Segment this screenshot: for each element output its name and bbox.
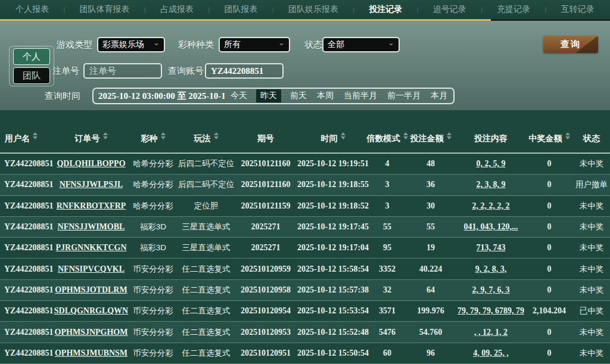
bet_content-link[interactable]: 713, 743 <box>477 243 506 253</box>
bet_content-link[interactable]: 2, 3, 8, 9 <box>477 180 506 189</box>
column-header-label: 投注金额 <box>410 133 444 144</box>
nav-tab-8[interactable]: 充提记录 <box>497 4 530 15</box>
sort-icon <box>447 132 452 139</box>
cell-bet_amount: 30 <box>405 201 456 211</box>
cell-multiplier: 3571 <box>369 306 405 316</box>
cell-username: YZ442208851 <box>0 265 54 274</box>
order_id-link[interactable]: NFNSJJWIMOBL <box>58 222 125 232</box>
quick-range-group: 今天昨天前天本周当前半月前一半月本月 <box>229 89 449 102</box>
column-header-issue[interactable]: 期号 <box>235 133 297 144</box>
nav-tab-5[interactable]: 团队娱乐报表 <box>288 4 338 15</box>
order_id-link[interactable]: OPHMSJNPGHOM <box>55 328 128 337</box>
nav-divider: | <box>353 6 354 13</box>
order_id-link[interactable]: RNFKRBOTXFRP <box>57 201 126 211</box>
cell-play: 三星直选单式 <box>178 222 235 232</box>
cell-time: 2025-10-12 19:19:51 <box>297 159 369 169</box>
bet_content-link[interactable]: 2, 2, 2, 2, 2 <box>472 201 510 211</box>
cell-lottery: 币安分分彩 <box>129 327 178 338</box>
column-header-bet_content[interactable]: 投注内容 <box>456 133 525 144</box>
column-header-username[interactable]: 用户名 <box>0 133 54 144</box>
cell-bet_content: 4, 09, 25, , <box>456 349 525 358</box>
cell-multiplier: 3352 <box>369 265 405 274</box>
column-header-status[interactable]: 状态 <box>573 133 610 144</box>
nav-tab-1[interactable]: 个人报表 <box>15 4 49 15</box>
table-row: YZ442208851QDLQHILBOPPO哈希分分彩后四二码不定位20251… <box>0 154 610 175</box>
cell-username: YZ442208851 <box>0 201 54 211</box>
column-header-multiplier[interactable]: 倍数模式 <box>369 133 405 144</box>
cell-time: 2025-10-12 19:17:45 <box>297 222 369 232</box>
column-header-bet_amount[interactable]: 投注金额 <box>405 133 456 144</box>
bet_content-link[interactable]: 4, 09, 25, , <box>473 349 509 358</box>
order_id-link[interactable]: SDLQGNRGLQWN <box>54 306 128 316</box>
order_id-link[interactable]: OPHMSJMUBNSM <box>55 349 127 358</box>
status-select[interactable]: 全部 ⌄ <box>322 37 400 52</box>
cell-order_id: PJRGNNKKTCGN <box>54 243 129 253</box>
table-body: YZ442208851QDLQHILBOPPO哈希分分彩后四二码不定位20251… <box>0 154 610 364</box>
cell-win_amount: 2,104.204 <box>525 306 573 316</box>
order_id-link[interactable]: NFNSJJWLPSJL <box>60 180 123 189</box>
bet_content-link[interactable]: 9, 2, 8, 3, <box>475 265 507 274</box>
table-row: YZ442208851RNFKRBOTXFRP哈希分分彩定位胆202510121… <box>0 196 610 217</box>
order_id-link[interactable]: PJRGNNKKTCGN <box>56 243 127 253</box>
cell-time: 2025-10-12 15:53:54 <box>297 306 369 316</box>
team-scope-button[interactable]: 团队 <box>13 67 50 84</box>
bet_content-link[interactable]: , , 12, 1, 2 <box>474 328 508 337</box>
cell-order_id: OPHMSJMUBNSM <box>54 349 129 358</box>
table-row: YZ442208851OPHMSJNPGHOM币安分分彩任二直选复式202510… <box>0 322 610 343</box>
cell-play: 任二直选复式 <box>178 348 235 359</box>
cell-win_amount: 0 <box>525 180 573 189</box>
personal-scope-button[interactable]: 个人 <box>13 48 50 65</box>
column-header-win_amount[interactable]: 中奖金额 <box>525 133 573 144</box>
cell-username: YZ442208851 <box>0 328 54 337</box>
cell-status: 已中奖 <box>573 306 610 316</box>
cell-order_id: NFNSJJWIMOBL <box>54 222 129 232</box>
cell-username: YZ442208851 <box>0 349 54 358</box>
column-header-order_id[interactable]: 订单号 <box>54 133 129 144</box>
cell-play: 后四二码不定位 <box>178 158 235 169</box>
query-button[interactable]: 查询 <box>543 36 598 53</box>
quick-range-button[interactable]: 当前半月 <box>343 90 378 102</box>
order_id-link[interactable]: QDLQHILBOPPO <box>57 159 125 169</box>
nav-tab-6[interactable]: 投注记录 <box>369 4 402 15</box>
bet_content-link[interactable]: 2, 9, 7, 6, 3 <box>472 285 510 295</box>
nav-divider: | <box>63 6 65 13</box>
order_id-link[interactable]: OPHMSJOTDLRM <box>55 285 127 295</box>
cell-win_amount: 0 <box>525 328 573 337</box>
quick-range-button[interactable]: 昨天 <box>256 89 281 102</box>
cell-multiplier: 60 <box>369 349 405 358</box>
cell-status: 未中奖 <box>573 158 610 169</box>
column-header-play[interactable]: 玩法 <box>178 133 235 144</box>
quick-range-button[interactable]: 前一半月 <box>386 90 422 102</box>
nav-tab-4[interactable]: 团队报表 <box>225 4 258 15</box>
nav-tab-9[interactable]: 互转记录 <box>561 4 595 15</box>
quick-range-button[interactable]: 本月 <box>430 90 449 102</box>
nav-tab-2[interactable]: 团队体育报表 <box>80 4 130 15</box>
sort-icon <box>103 132 108 139</box>
cell-play: 任二直选复式 <box>178 327 235 338</box>
nav-tab-3[interactable]: 占成报表 <box>160 4 194 15</box>
date-range-input[interactable]: 2025-10-12 03:00:00 至 2025-10-13 03:00:0… <box>98 91 225 102</box>
column-header-time[interactable]: 时间 <box>297 133 369 144</box>
nav-tab-7[interactable]: 追号记录 <box>433 4 466 15</box>
cell-bet_content: 2, 3, 8, 9 <box>456 180 525 189</box>
account-label: 查询账号 <box>168 66 204 77</box>
lottery-kind-select[interactable]: 所有 ⌄ <box>219 37 290 52</box>
quick-range-button[interactable]: 今天 <box>229 90 248 102</box>
column-header-lottery[interactable]: 彩种 <box>129 133 178 144</box>
order-no-label: 注单号 <box>52 66 79 77</box>
order_id-link[interactable]: NFNSIPVCQVKL <box>58 265 125 274</box>
quick-range-button[interactable]: 前天 <box>289 90 308 102</box>
cell-bet_amount: 19 <box>405 243 456 253</box>
bet_content-link[interactable]: 79, 79, 79, 6789, 79 <box>458 306 524 316</box>
game-type-select[interactable]: 彩票娱乐场 ⌄ <box>97 37 165 52</box>
cell-issue: 202510120958 <box>235 285 297 295</box>
quick-range-button[interactable]: 本周 <box>316 90 335 102</box>
bet_content-link[interactable]: 041, 043, 120,... <box>464 222 518 232</box>
account-input[interactable] <box>205 63 284 79</box>
chevron-down-icon: ⌄ <box>153 40 160 46</box>
bet_content-link[interactable]: 0, 2, 5, 9 <box>477 159 506 169</box>
order-no-input[interactable] <box>83 63 162 79</box>
cell-order_id: NFNSIPVCQVKL <box>54 265 129 274</box>
column-header-label: 状态 <box>583 133 600 144</box>
cell-time: 2025-10-12 15:52:48 <box>297 328 369 337</box>
